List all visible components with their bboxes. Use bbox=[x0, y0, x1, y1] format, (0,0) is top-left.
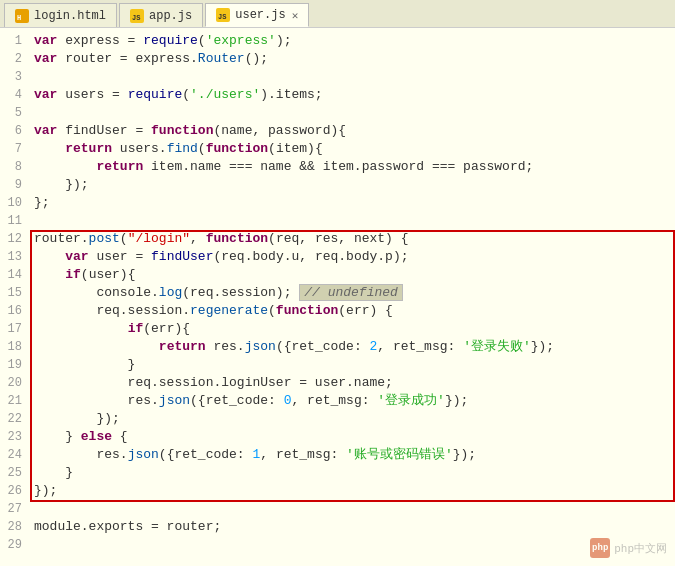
code-line-10: 10 }; bbox=[0, 194, 675, 212]
watermark-icon: php bbox=[590, 538, 610, 558]
tab-label-active: user.js bbox=[235, 8, 285, 22]
code-line-2: 2 var router = express.Router(); bbox=[0, 50, 675, 68]
line-num-28: 28 bbox=[0, 518, 30, 536]
line-num-8: 8 bbox=[0, 158, 30, 176]
code-line-9: 9 }); bbox=[0, 176, 675, 194]
code-line-23: 23 } else { bbox=[0, 428, 675, 446]
code-line-24: 24 res.json({ret_code: 1, ret_msg: '账号或密… bbox=[0, 446, 675, 464]
line-content-17: if(err){ bbox=[30, 320, 675, 338]
line-content-19: } bbox=[30, 356, 675, 374]
line-num-15: 15 bbox=[0, 284, 30, 302]
code-line-16: 16 req.session.regenerate(function(err) … bbox=[0, 302, 675, 320]
line-content-15: console.log(req.session); // undefined bbox=[30, 284, 675, 302]
line-num-12: 12 bbox=[0, 230, 30, 248]
tab-label: app.js bbox=[149, 9, 192, 23]
line-num-9: 9 bbox=[0, 176, 30, 194]
tab-label: login.html bbox=[34, 9, 106, 23]
code-line-7: 7 return users.find(function(item){ bbox=[0, 140, 675, 158]
line-content-10: }; bbox=[30, 194, 675, 212]
line-num-22: 22 bbox=[0, 410, 30, 428]
code-line-6: 6 var findUser = function(name, password… bbox=[0, 122, 675, 140]
line-num-17: 17 bbox=[0, 320, 30, 338]
code-line-12: 12 router.post("/login", function(req, r… bbox=[0, 230, 675, 248]
line-num-4: 4 bbox=[0, 86, 30, 104]
code-line-29: 29 bbox=[0, 536, 675, 554]
line-num-10: 10 bbox=[0, 194, 30, 212]
code-line-14: 14 if(user){ bbox=[0, 266, 675, 284]
code-line-18: 18 return res.json({ret_code: 2, ret_msg… bbox=[0, 338, 675, 356]
tab-login-html[interactable]: H login.html bbox=[4, 3, 117, 27]
line-content-16: req.session.regenerate(function(err) { bbox=[30, 302, 675, 320]
js-file-icon-active: JS bbox=[216, 8, 230, 22]
watermark: php php中文网 bbox=[590, 538, 667, 558]
line-content-28: module.exports = router; bbox=[30, 518, 675, 536]
line-num-16: 16 bbox=[0, 302, 30, 320]
highlighted-section: 12 router.post("/login", function(req, r… bbox=[0, 230, 675, 500]
line-num-23: 23 bbox=[0, 428, 30, 446]
line-num-6: 6 bbox=[0, 122, 30, 140]
tab-user-js[interactable]: JS user.js ✕ bbox=[205, 3, 309, 27]
js-file-icon: JS bbox=[130, 9, 144, 23]
line-content-13: var user = findUser(req.body.u, req.body… bbox=[30, 248, 675, 266]
line-num-20: 20 bbox=[0, 374, 30, 392]
code-line-13: 13 var user = findUser(req.body.u, req.b… bbox=[0, 248, 675, 266]
line-content-29 bbox=[30, 536, 675, 554]
line-num-24: 24 bbox=[0, 446, 30, 464]
html-file-icon: H bbox=[15, 9, 29, 23]
line-content-26: }); bbox=[30, 482, 675, 500]
tab-app-js[interactable]: JS app.js bbox=[119, 3, 203, 27]
code-area: 1 var express = require('express'); 2 va… bbox=[0, 28, 675, 566]
line-content-18: return res.json({ret_code: 2, ret_msg: '… bbox=[30, 338, 675, 356]
line-num-19: 19 bbox=[0, 356, 30, 374]
line-content-3 bbox=[30, 68, 675, 86]
line-content-27 bbox=[30, 500, 675, 518]
line-num-2: 2 bbox=[0, 50, 30, 68]
line-num-11: 11 bbox=[0, 212, 30, 230]
line-content-9: }); bbox=[30, 176, 675, 194]
code-line-5: 5 bbox=[0, 104, 675, 122]
code-line-8: 8 return item.name === name && item.pass… bbox=[0, 158, 675, 176]
code-line-20: 20 req.session.loginUser = user.name; bbox=[0, 374, 675, 392]
line-content-2: var router = express.Router(); bbox=[30, 50, 675, 68]
line-content-23: } else { bbox=[30, 428, 675, 446]
line-content-20: req.session.loginUser = user.name; bbox=[30, 374, 675, 392]
line-content-5 bbox=[30, 104, 675, 122]
code-line-28: 28 module.exports = router; bbox=[0, 518, 675, 536]
line-num-26: 26 bbox=[0, 482, 30, 500]
line-content-21: res.json({ret_code: 0, ret_msg: '登录成功'})… bbox=[30, 392, 675, 410]
code-line-15: 15 console.log(req.session); // undefine… bbox=[0, 284, 675, 302]
line-content-22: }); bbox=[30, 410, 675, 428]
code-line-17: 17 if(err){ bbox=[0, 320, 675, 338]
code-line-21: 21 res.json({ret_code: 0, ret_msg: '登录成功… bbox=[0, 392, 675, 410]
line-num-29: 29 bbox=[0, 536, 30, 554]
line-num-21: 21 bbox=[0, 392, 30, 410]
line-content-25: } bbox=[30, 464, 675, 482]
line-num-27: 27 bbox=[0, 500, 30, 518]
line-content-6: var findUser = function(name, password){ bbox=[30, 122, 675, 140]
line-content-1: var express = require('express'); bbox=[30, 32, 675, 50]
line-content-12: router.post("/login", function(req, res,… bbox=[30, 230, 675, 248]
line-num-13: 13 bbox=[0, 248, 30, 266]
line-content-14: if(user){ bbox=[30, 266, 675, 284]
watermark-text: php中文网 bbox=[614, 541, 667, 556]
tab-bar: H login.html JS app.js JS user.js bbox=[0, 0, 675, 28]
line-content-24: res.json({ret_code: 1, ret_msg: '账号或密码错误… bbox=[30, 446, 675, 464]
code-line-11: 11 bbox=[0, 212, 675, 230]
tab-close-button[interactable]: ✕ bbox=[292, 9, 299, 22]
svg-text:JS: JS bbox=[218, 13, 226, 21]
code-line-4: 4 var users = require('./users').items; bbox=[0, 86, 675, 104]
code-line-25: 25 } bbox=[0, 464, 675, 482]
line-content-7: return users.find(function(item){ bbox=[30, 140, 675, 158]
line-content-11 bbox=[30, 212, 675, 230]
line-content-4: var users = require('./users').items; bbox=[30, 86, 675, 104]
line-num-14: 14 bbox=[0, 266, 30, 284]
svg-text:H: H bbox=[17, 14, 21, 22]
editor-container: H login.html JS app.js JS user.js bbox=[0, 0, 675, 566]
code-line-26: 26 }); bbox=[0, 482, 675, 500]
line-num-3: 3 bbox=[0, 68, 30, 86]
code-line-22: 22 }); bbox=[0, 410, 675, 428]
line-num-18: 18 bbox=[0, 338, 30, 356]
line-num-7: 7 bbox=[0, 140, 30, 158]
line-num-25: 25 bbox=[0, 464, 30, 482]
line-num-1: 1 bbox=[0, 32, 30, 50]
